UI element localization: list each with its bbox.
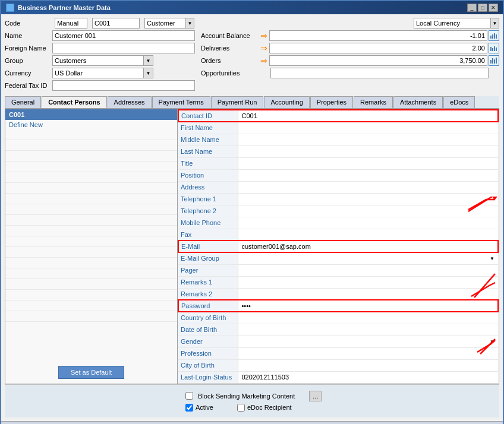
active-label: Active bbox=[196, 404, 213, 411]
left-panel: C001 Define New bbox=[5, 109, 178, 384]
orders-arrow-icon: ⇒ bbox=[260, 56, 267, 65]
gender-input[interactable] bbox=[241, 338, 490, 345]
email-group-dropdown-arrow[interactable]: ▼ bbox=[490, 256, 496, 261]
tab-general[interactable]: General bbox=[5, 96, 41, 108]
content-area: Code ▼ Name Foreign Name bbox=[1, 14, 503, 421]
federal-input[interactable] bbox=[52, 80, 195, 91]
profession-input[interactable] bbox=[241, 350, 496, 357]
code-row: Code ▼ bbox=[5, 18, 195, 29]
orders-label: Orders bbox=[201, 57, 260, 64]
currency-combo[interactable]: ▼ bbox=[52, 68, 153, 78]
deliveries-chart-icon[interactable] bbox=[489, 43, 499, 53]
tab-contact-persons[interactable]: Contact Persons bbox=[42, 96, 106, 108]
svg-rect-10 bbox=[494, 59, 495, 64]
foreign-name-row: Foreign Name bbox=[5, 43, 195, 53]
fax-input[interactable] bbox=[241, 231, 496, 238]
remarks1-row: Remarks 1 bbox=[178, 276, 498, 288]
block-marketing-ellipsis-button[interactable]: ... bbox=[309, 391, 322, 401]
svg-rect-4 bbox=[490, 47, 492, 51]
email-group-combo[interactable]: ▼ bbox=[241, 255, 496, 262]
account-balance-chart-icon[interactable] bbox=[489, 30, 499, 41]
position-input[interactable] bbox=[241, 172, 496, 179]
country-of-birth-row: Country of Birth bbox=[178, 312, 498, 324]
svg-rect-0 bbox=[490, 36, 492, 39]
telephone1-input[interactable] bbox=[241, 195, 496, 202]
lp-row bbox=[5, 247, 177, 258]
mobile-phone-input[interactable] bbox=[241, 219, 496, 226]
contact-id-value[interactable] bbox=[238, 110, 498, 122]
city-of-birth-input[interactable] bbox=[241, 362, 496, 369]
tab-edocs[interactable]: eDocs bbox=[443, 96, 475, 108]
last-login-row: Last-Login-Status bbox=[178, 371, 498, 383]
middle-name-input[interactable] bbox=[241, 136, 496, 143]
password-input[interactable] bbox=[241, 302, 496, 309]
date-of-birth-input[interactable] bbox=[241, 326, 496, 333]
last-name-input[interactable] bbox=[241, 148, 496, 155]
remarks1-input[interactable] bbox=[241, 279, 496, 286]
minimize-button[interactable]: _ bbox=[467, 4, 477, 12]
code-c001-input[interactable] bbox=[92, 18, 140, 29]
address-input[interactable] bbox=[241, 183, 496, 191]
lp-row bbox=[5, 300, 177, 311]
code-manual-input[interactable] bbox=[55, 18, 87, 29]
gender-dropdown-arrow[interactable]: ▼ bbox=[490, 339, 496, 344]
telephone2-input[interactable] bbox=[241, 207, 496, 214]
orders-input[interactable] bbox=[269, 55, 487, 66]
federal-label: Federal Tax ID bbox=[5, 82, 52, 89]
local-currency-arrow[interactable]: ▼ bbox=[491, 18, 499, 29]
opportunities-input[interactable] bbox=[270, 68, 489, 78]
telephone2-row: Telephone 2 bbox=[178, 205, 498, 217]
set-as-default-button[interactable]: Set as Default bbox=[58, 366, 124, 379]
tab-remarks[interactable]: Remarks bbox=[354, 96, 393, 108]
close-button[interactable]: ✕ bbox=[489, 4, 498, 12]
group-combo-arrow[interactable]: ▼ bbox=[144, 55, 153, 66]
orders-chart-icon[interactable] bbox=[489, 55, 499, 66]
title-row: Title bbox=[178, 157, 498, 169]
bottom-controls: Block Sending Marketing Content ... Acti… bbox=[182, 388, 494, 414]
email-input[interactable] bbox=[241, 243, 496, 250]
svg-rect-11 bbox=[496, 58, 497, 64]
block-marketing-checkbox[interactable] bbox=[185, 392, 193, 400]
tab-payment-run[interactable]: Payment Run bbox=[211, 96, 264, 108]
name-input[interactable] bbox=[52, 30, 195, 41]
last-login-input[interactable] bbox=[241, 374, 496, 381]
lp-row bbox=[5, 194, 177, 204]
tab-attachments[interactable]: Attachments bbox=[393, 96, 443, 108]
window-title: Business Partner Master Data bbox=[18, 4, 111, 11]
lp-row bbox=[5, 162, 177, 172]
pager-input[interactable] bbox=[241, 267, 496, 274]
foreign-name-input[interactable] bbox=[52, 43, 195, 53]
remarks2-input[interactable] bbox=[241, 290, 496, 298]
foreign-name-label: Foreign Name bbox=[5, 45, 52, 52]
account-balance-input[interactable] bbox=[269, 30, 487, 41]
lp-selected-item[interactable]: C001 bbox=[5, 109, 177, 120]
first-name-input[interactable] bbox=[241, 124, 496, 131]
tab-accounting[interactable]: Accounting bbox=[264, 96, 309, 108]
email-group-row: E-Mail Group ▼ bbox=[178, 252, 498, 264]
active-checkbox[interactable] bbox=[185, 404, 193, 412]
currency-combo-arrow[interactable]: ▼ bbox=[144, 68, 153, 78]
email-group-input[interactable] bbox=[241, 255, 490, 262]
deliveries-row: Deliveries ⇒ bbox=[201, 43, 499, 53]
group-combo[interactable]: ▼ bbox=[52, 55, 153, 66]
lp-row bbox=[5, 279, 177, 290]
code-type-arrow[interactable]: ▼ bbox=[186, 18, 194, 29]
title-input[interactable] bbox=[241, 160, 496, 167]
gender-combo[interactable]: ▼ bbox=[241, 338, 496, 345]
edoc-checkbox[interactable] bbox=[237, 404, 245, 412]
maximize-button[interactable]: □ bbox=[478, 4, 487, 12]
account-balance-label: Account Balance bbox=[201, 32, 260, 39]
tab-payment-terms[interactable]: Payment Terms bbox=[152, 96, 210, 108]
tab-addresses[interactable]: Addresses bbox=[108, 96, 152, 108]
tab-properties[interactable]: Properties bbox=[310, 96, 353, 108]
contact-id-input[interactable] bbox=[241, 112, 496, 119]
deliveries-input[interactable] bbox=[269, 43, 487, 53]
country-of-birth-input[interactable] bbox=[241, 314, 496, 321]
active-row: Active bbox=[185, 404, 213, 412]
deliveries-arrow-icon: ⇒ bbox=[260, 43, 267, 53]
lp-define-new[interactable]: Define New bbox=[5, 120, 177, 129]
code-type-combo[interactable]: ▼ bbox=[144, 18, 194, 29]
local-currency-combo[interactable]: ▼ bbox=[414, 18, 499, 29]
last-name-row: Last Name bbox=[178, 145, 498, 157]
lp-row bbox=[5, 151, 177, 162]
